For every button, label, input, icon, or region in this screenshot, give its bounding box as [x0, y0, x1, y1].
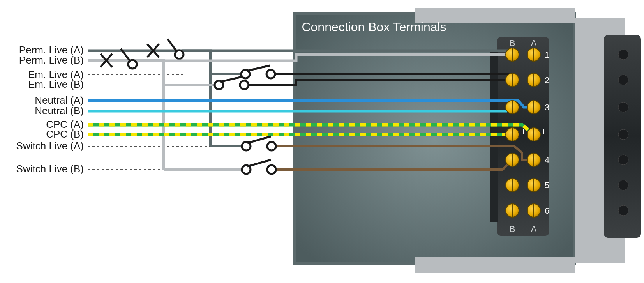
svg-point-10	[618, 129, 628, 140]
svg-point-25	[267, 142, 276, 150]
svg-line-26	[247, 136, 271, 143]
svg-point-12	[618, 180, 628, 190]
svg-point-22	[240, 81, 249, 89]
svg-line-20	[247, 65, 270, 71]
svg-rect-2	[415, 257, 575, 273]
svg-line-23	[220, 76, 243, 82]
svg-point-19	[266, 70, 275, 78]
svg-point-13	[618, 205, 628, 216]
col-label-B-top: B	[510, 38, 515, 48]
row-num-3: 3	[545, 103, 549, 112]
svg-point-11	[618, 155, 628, 165]
svg-point-15	[175, 50, 183, 59]
wire-perm-live-a	[88, 51, 210, 146]
label-switch-b: Switch Live (B)	[16, 163, 84, 175]
label-neutral-b: Neutral (B)	[35, 105, 84, 117]
col-label-B-bot: B	[510, 224, 515, 234]
svg-point-28	[267, 165, 276, 174]
row-num-6: 6	[545, 206, 549, 216]
wiring-diagram: Connection Box Terminals B A B A Perm. L…	[0, 0, 644, 283]
col-label-A-bot: A	[531, 224, 537, 234]
label-switch-a: Switch Live (A)	[16, 140, 84, 152]
label-cpc-b: CPC (B)	[46, 128, 84, 140]
col-label-A-top: A	[531, 38, 537, 48]
row-num-5: 5	[545, 180, 549, 190]
wire-labels: Perm. Live (A) Perm. Live (B) Em. Live (…	[16, 44, 84, 175]
row-num-4: 4	[545, 155, 549, 165]
svg-point-9	[618, 102, 628, 112]
connection-box-body	[294, 8, 625, 273]
contact-switch	[242, 136, 276, 174]
contact-perm-a	[168, 39, 183, 59]
svg-line-29	[247, 160, 271, 166]
box-title: Connection Box Terminals	[302, 20, 446, 34]
row-num-1: 1	[545, 50, 549, 60]
wire-perm-live-b	[88, 60, 164, 170]
svg-point-8	[618, 75, 628, 85]
svg-point-7	[618, 50, 628, 60]
plug-block	[604, 35, 641, 238]
row-num-2: 2	[545, 75, 549, 85]
svg-point-17	[128, 60, 137, 69]
svg-rect-5	[490, 51, 498, 222]
label-neutral-a: Neutral (A)	[35, 94, 84, 106]
label-perm-live-b: Perm. Live (B)	[19, 54, 84, 66]
label-em-live-b: Em. Live (B)	[28, 78, 84, 90]
